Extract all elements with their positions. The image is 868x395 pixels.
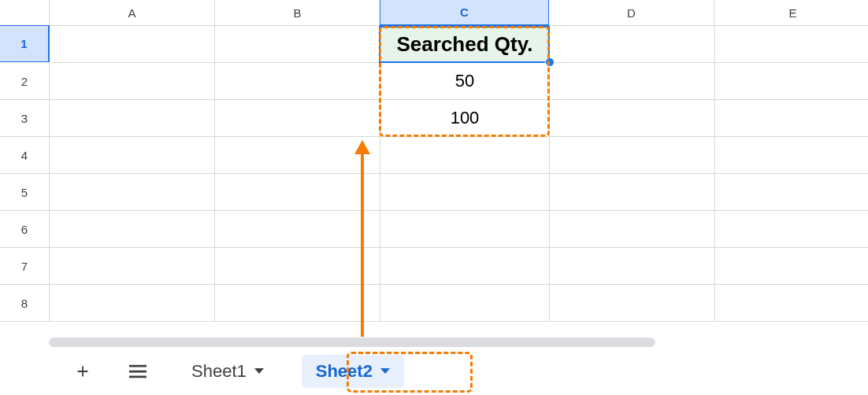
sheet-tab-sheet1[interactable]: Sheet1 — [177, 355, 278, 388]
cell-C3[interactable]: 100 — [380, 100, 550, 137]
cell-A4[interactable] — [50, 137, 215, 174]
cell-D3[interactable] — [550, 100, 715, 137]
cell-B7[interactable] — [215, 248, 380, 285]
sheet-tab-sheet2[interactable]: Sheet2 — [302, 355, 404, 388]
cell-E8[interactable] — [715, 285, 868, 322]
cell-B6[interactable] — [215, 211, 380, 248]
row-header-6[interactable]: 6 — [0, 211, 50, 248]
row-header-7[interactable]: 7 — [0, 248, 50, 285]
table-row: 4 — [0, 137, 868, 174]
row-header-2[interactable]: 2 — [0, 63, 50, 100]
row-header-8[interactable]: 8 — [0, 285, 50, 322]
row-header-4[interactable]: 4 — [0, 137, 50, 174]
column-header-B[interactable]: B — [215, 0, 380, 26]
table-row: 1 Searched Qty. — [0, 26, 868, 63]
cell-B3[interactable] — [215, 100, 380, 137]
cell-D2[interactable] — [550, 63, 715, 100]
column-header-D[interactable]: D — [549, 0, 714, 26]
row-header-5[interactable]: 5 — [0, 174, 50, 211]
scroll-thumb[interactable] — [49, 338, 655, 347]
row-header-1[interactable]: 1 — [0, 25, 50, 62]
cell-E2[interactable] — [715, 63, 868, 100]
cell-A5[interactable] — [50, 174, 215, 211]
cell-B5[interactable] — [215, 174, 380, 211]
data-rows: 1 Searched Qty. 2 50 3 100 — [0, 26, 868, 322]
cell-D6[interactable] — [550, 211, 715, 248]
annotation-arrow-line — [361, 153, 364, 337]
table-row: 8 — [0, 285, 868, 322]
cell-E3[interactable] — [715, 100, 868, 137]
cell-C2[interactable]: 50 — [380, 63, 550, 100]
cell-D4[interactable] — [550, 137, 715, 174]
cell-B1[interactable] — [215, 26, 380, 63]
column-header-A[interactable]: A — [50, 0, 215, 26]
cell-C1[interactable]: Searched Qty. — [380, 26, 550, 63]
cell-C6[interactable] — [380, 211, 550, 248]
cell-E1[interactable] — [715, 26, 868, 63]
cell-grid[interactable]: A B C D E 1 Searched Qty. 2 50 — [0, 0, 868, 337]
sheet-tab-label: Sheet1 — [191, 361, 247, 382]
spreadsheet-app: A B C D E 1 Searched Qty. 2 50 — [0, 0, 868, 395]
select-all-corner[interactable] — [0, 0, 50, 26]
row-header-3[interactable]: 3 — [0, 100, 50, 137]
selection-fill-handle[interactable] — [545, 57, 555, 67]
cell-E5[interactable] — [715, 174, 868, 211]
table-row: 7 — [0, 248, 868, 285]
add-sheet-button[interactable] — [67, 356, 98, 387]
cell-D5[interactable] — [550, 174, 715, 211]
cell-A7[interactable] — [50, 248, 215, 285]
table-row: 5 — [0, 174, 868, 211]
column-header-C[interactable]: C — [380, 0, 549, 26]
column-header-E[interactable]: E — [714, 0, 868, 26]
cell-E7[interactable] — [715, 248, 868, 285]
sheet-tab-label: Sheet2 — [316, 361, 373, 382]
cell-B2[interactable] — [215, 63, 380, 100]
horizontal-scrollbar[interactable] — [0, 337, 868, 348]
cell-A6[interactable] — [50, 211, 215, 248]
cell-C7[interactable] — [380, 248, 550, 285]
chevron-down-icon — [254, 368, 264, 375]
menu-icon — [129, 364, 147, 378]
cell-A3[interactable] — [50, 100, 215, 137]
all-sheets-button[interactable] — [122, 356, 154, 387]
cell-D7[interactable] — [550, 248, 715, 285]
cell-A2[interactable] — [50, 63, 215, 100]
cell-D8[interactable] — [550, 285, 715, 322]
cell-B8[interactable] — [215, 285, 380, 322]
sheet-tab-bar: Sheet1 Sheet2 — [0, 348, 868, 395]
table-row: 3 100 — [0, 100, 868, 137]
cell-C4[interactable] — [380, 137, 550, 174]
annotation-arrow-head — [354, 140, 370, 154]
cell-C8[interactable] — [380, 285, 550, 322]
column-header-row: A B C D E — [0, 0, 868, 26]
table-row: 6 — [0, 211, 868, 248]
cell-E4[interactable] — [715, 137, 868, 174]
cell-E6[interactable] — [715, 211, 868, 248]
chevron-down-icon — [380, 368, 390, 375]
cell-C5[interactable] — [380, 174, 550, 211]
cell-A1[interactable] — [50, 26, 215, 63]
table-row: 2 50 — [0, 63, 868, 100]
cell-D1[interactable] — [550, 26, 715, 63]
plus-icon — [74, 363, 91, 380]
scroll-track — [49, 338, 852, 347]
cell-A8[interactable] — [50, 285, 215, 322]
